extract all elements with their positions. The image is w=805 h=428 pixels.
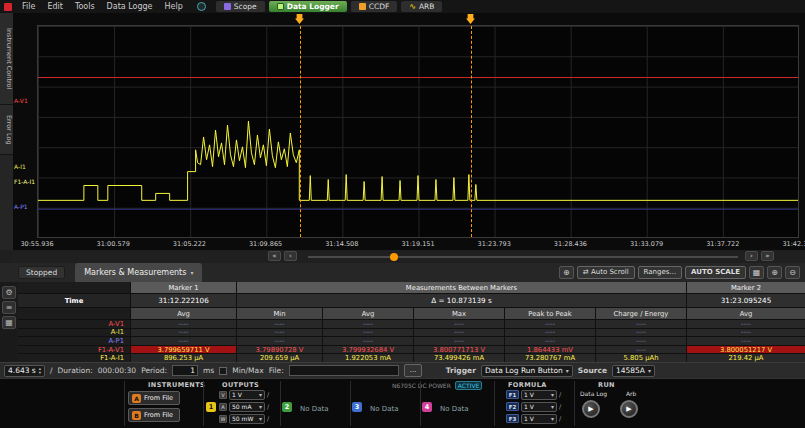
- scale-value: 1 V: [232, 391, 242, 398]
- output-badge: A: [132, 394, 141, 403]
- channel-label-0[interactable]: A-V1: [14, 97, 37, 104]
- time-axis-label: 31:23.793: [478, 240, 511, 248]
- arb-play-button[interactable]: ▶: [620, 400, 638, 418]
- minmax-checkbox[interactable]: [219, 367, 227, 375]
- marker1-header[interactable]: Marker 1: [131, 282, 236, 293]
- center-markers-icon[interactable]: ⊕: [559, 266, 574, 279]
- data-logger-icon: [277, 3, 284, 10]
- menu-item-4[interactable]: Help: [159, 2, 189, 11]
- plot-area[interactable]: [37, 25, 799, 238]
- caret-down-icon: ▾: [551, 403, 554, 410]
- stat-header-peak-to-peak: Peak to Peak: [505, 308, 595, 319]
- stat-value: 1.922053 mA: [323, 354, 413, 362]
- spin-down-icon[interactable]: ▾: [39, 371, 41, 375]
- from-file-button-B[interactable]: BFrom File: [128, 408, 180, 422]
- list-view-icon[interactable]: ≡: [2, 301, 16, 314]
- channel-label-2[interactable]: F1-A-I1: [14, 178, 37, 185]
- stat-header-avg: Avg: [323, 308, 413, 319]
- scale-value: 50 mA: [232, 403, 252, 410]
- marker1-arrow[interactable]: [295, 14, 304, 24]
- zoom-in-icon[interactable]: ⊕: [767, 266, 782, 279]
- arb-wave-icon: ∿: [409, 3, 416, 10]
- formula-dropdown[interactable]: 1 V▾: [521, 414, 557, 424]
- chevron-down-icon: ▾: [190, 269, 193, 276]
- auto-scale-button[interactable]: AUTO SCALE: [685, 266, 746, 279]
- tab-markers-measurements[interactable]: Markers & Measurements ▾: [75, 263, 202, 282]
- menu-item-3[interactable]: Data Logge: [101, 2, 159, 11]
- scope-icon: [224, 3, 231, 10]
- scroll-bar-row: « ‹ › »: [13, 250, 805, 263]
- sidebar-tab-1[interactable]: Error Log: [0, 105, 13, 155]
- marker2-time: 31:23.095245: [687, 294, 805, 307]
- trigger-label: Trigger: [446, 366, 476, 375]
- scroll-track[interactable]: [308, 256, 738, 258]
- menu-item-0[interactable]: File: [16, 2, 41, 11]
- source-dropdown[interactable]: 14585A ▾: [612, 365, 655, 377]
- time-axis-label: 31:37.722: [706, 240, 739, 248]
- per-div-slash: /: [50, 366, 53, 375]
- sidebar-tab-0[interactable]: Instrument Control: [0, 13, 13, 105]
- menu-item-2[interactable]: Tools: [69, 2, 101, 11]
- caret-down-icon: ▾: [259, 391, 262, 398]
- instruments-section-label[interactable]: INSTRUMENTS: [148, 381, 205, 389]
- from-file-button-A[interactable]: AFrom File: [128, 391, 180, 405]
- channel-label-1[interactable]: A-I1: [14, 163, 37, 170]
- formula-dropdown[interactable]: 1 V▾: [521, 390, 557, 400]
- scroll-handle[interactable]: [390, 253, 398, 261]
- scroll-last-button[interactable]: »: [761, 251, 774, 261]
- tools-icon[interactable]: ⚙: [2, 286, 16, 299]
- stat-header-min: Min: [237, 308, 322, 319]
- scroll-prev-button[interactable]: ‹: [284, 251, 297, 261]
- menu-item-1[interactable]: Edit: [41, 2, 69, 11]
- marker2-stat-header: Avg: [687, 308, 805, 319]
- timebase-spinner[interactable]: ▴ ▾: [39, 367, 41, 374]
- grid-view-icon[interactable]: ▦: [2, 316, 16, 329]
- datalog-play-button[interactable]: ▶: [582, 400, 600, 418]
- table-row-name: F1-A-V1: [18, 346, 130, 354]
- stat-header-charge-energy: Charge / Energy: [596, 308, 686, 319]
- formula-dropdown[interactable]: 1 V▾: [521, 402, 557, 412]
- period-input[interactable]: [172, 365, 198, 376]
- formula-row-F3: F31 V▾/: [506, 413, 561, 424]
- tab-arb[interactable]: ∿ ARB: [401, 1, 442, 12]
- zoom-out-icon[interactable]: ⊖: [785, 266, 800, 279]
- stat-value: ----: [323, 320, 413, 328]
- formula-value: 1 V: [524, 415, 534, 422]
- data-logger-app: FileEditToolsData LoggeHelp Scope Data L…: [0, 0, 805, 428]
- scale-dropdown[interactable]: 50 mA▾: [229, 402, 265, 412]
- instrument-toggle-icon[interactable]: [197, 2, 206, 11]
- channel-1-badge: 1: [206, 402, 216, 412]
- duration-label: Duration:: [58, 366, 93, 375]
- channel-label-3[interactable]: A-P1: [14, 203, 37, 210]
- channel-2-badge: 2: [282, 402, 292, 412]
- scroll-next-button[interactable]: ›: [745, 251, 758, 261]
- auto-scroll-button[interactable]: ⇄ Auto Scroll: [577, 266, 635, 279]
- channel-4-badge: 4: [422, 402, 432, 412]
- from-file-label: From File: [144, 394, 173, 402]
- browse-button[interactable]: ...: [404, 364, 423, 377]
- tab-data-logger[interactable]: Data Logger: [269, 1, 347, 12]
- file-input[interactable]: [289, 365, 399, 376]
- marker2-header[interactable]: Marker 2: [687, 282, 805, 293]
- outputs-section-label[interactable]: OUTPUTS: [222, 381, 259, 389]
- tab-ccdf[interactable]: CCDF: [351, 1, 398, 12]
- per-div-slash: /: [267, 403, 269, 411]
- timebase-control[interactable]: 4.643 s ▴ ▾: [4, 365, 45, 377]
- scale-dropdown[interactable]: 1 V▾: [229, 390, 265, 400]
- tab-arb-label: ARB: [419, 2, 435, 11]
- scale-dropdown[interactable]: 50 mW▾: [229, 414, 265, 424]
- zoom-box-icon[interactable]: ▦: [749, 266, 764, 279]
- scroll-first-button[interactable]: «: [268, 251, 281, 261]
- source-value: 14585A: [616, 366, 645, 375]
- ranges-button[interactable]: Ranges...: [638, 266, 683, 279]
- marker1-line[interactable]: [300, 26, 301, 237]
- marker2-arrow[interactable]: [466, 14, 475, 24]
- device-name: N6705C DC POWER: [392, 382, 451, 389]
- trigger-dropdown[interactable]: Data Log Run Button ▾: [481, 365, 573, 377]
- tab-scope[interactable]: Scope: [216, 1, 265, 12]
- formula-section-label: FORMULA: [508, 381, 547, 389]
- marker2-line[interactable]: [471, 26, 472, 237]
- auto-scroll-icon: ⇄: [583, 268, 589, 276]
- power-unit-icon: W: [219, 415, 227, 423]
- time-axis-label: 31:28.436: [554, 240, 587, 248]
